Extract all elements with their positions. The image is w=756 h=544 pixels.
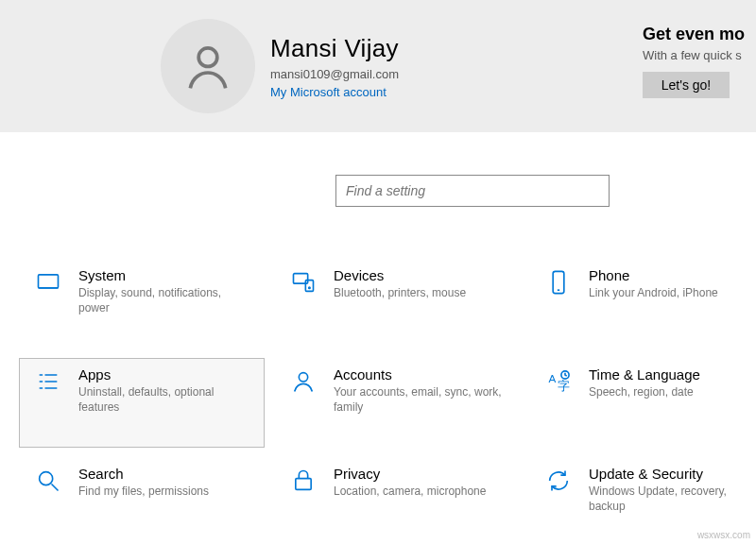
user-name: Mansi Vijay [270, 34, 399, 63]
tile-phone[interactable]: Phone Link your Android, iPhone [529, 259, 756, 348]
tile-desc: Windows Update, recovery, backup [589, 484, 756, 514]
tile-title: Search [78, 466, 209, 482]
tile-time-language[interactable]: A字 Time & Language Speech, region, date [529, 358, 756, 448]
microsoft-account-link[interactable]: My Microsoft account [270, 85, 399, 99]
tile-system[interactable]: System Display, sound, notifications, po… [19, 259, 265, 348]
tile-desc: Your accounts, email, sync, work, family [334, 384, 504, 415]
system-icon [29, 267, 67, 340]
svg-point-0 [198, 48, 217, 67]
watermark: wsxwsx.com [697, 530, 750, 540]
devices-icon [284, 267, 322, 340]
person-icon [181, 40, 234, 93]
svg-point-10 [40, 472, 53, 485]
user-email: mansi0109@gmail.com [270, 67, 399, 81]
tile-desc: Find my files, permissions [78, 484, 209, 499]
phone-icon [540, 267, 577, 340]
avatar [161, 19, 255, 113]
header: Mansi Vijay mansi0109@gmail.com My Micro… [0, 0, 756, 132]
svg-text:字: 字 [558, 379, 570, 393]
tile-desc: Display, sound, notifications, power [78, 285, 249, 315]
svg-rect-1 [39, 275, 59, 288]
tile-accounts[interactable]: Accounts Your accounts, email, sync, wor… [274, 358, 520, 448]
tile-devices[interactable]: Devices Bluetooth, printers, mouse [274, 259, 520, 348]
tile-privacy[interactable]: Privacy Location, camera, microphone [274, 457, 520, 544]
svg-rect-3 [305, 280, 313, 292]
update-icon [540, 466, 577, 538]
tile-title: Devices [334, 267, 466, 283]
tile-desc: Uninstall, defaults, optional features [78, 384, 249, 415]
svg-point-6 [299, 373, 307, 382]
user-block: Mansi Vijay mansi0109@gmail.com My Micro… [270, 34, 399, 99]
accounts-icon [284, 366, 322, 439]
tile-title: Update & Security [589, 466, 756, 482]
svg-text:A: A [549, 372, 557, 384]
search-icon [29, 466, 67, 538]
tile-title: System [78, 267, 249, 283]
tile-title: Accounts [334, 366, 504, 382]
promo-subtitle: With a few quick s [643, 48, 756, 62]
promo-title: Get even mo [643, 25, 756, 44]
apps-icon [29, 366, 67, 439]
search-input[interactable] [335, 175, 610, 207]
tile-desc: Link your Android, iPhone [589, 285, 718, 300]
tile-title: Time & Language [589, 366, 700, 382]
tile-title: Apps [78, 366, 249, 382]
tile-title: Privacy [334, 466, 486, 482]
privacy-icon [284, 466, 322, 538]
tile-apps[interactable]: Apps Uninstall, defaults, optional featu… [19, 358, 265, 448]
svg-point-4 [309, 287, 310, 288]
time-language-icon: A字 [540, 366, 577, 439]
tile-search[interactable]: Search Find my files, permissions [19, 457, 265, 544]
search-wrap [0, 175, 756, 207]
tile-desc: Speech, region, date [589, 384, 700, 400]
settings-grid: System Display, sound, notifications, po… [0, 259, 756, 544]
tile-desc: Bluetooth, printers, mouse [334, 285, 466, 300]
tile-title: Phone [589, 267, 718, 283]
svg-rect-11 [296, 479, 311, 490]
tile-desc: Location, camera, microphone [334, 484, 486, 499]
lets-go-button[interactable]: Let's go! [643, 72, 730, 98]
promo-block: Get even mo With a few quick s Let's go! [643, 25, 756, 98]
